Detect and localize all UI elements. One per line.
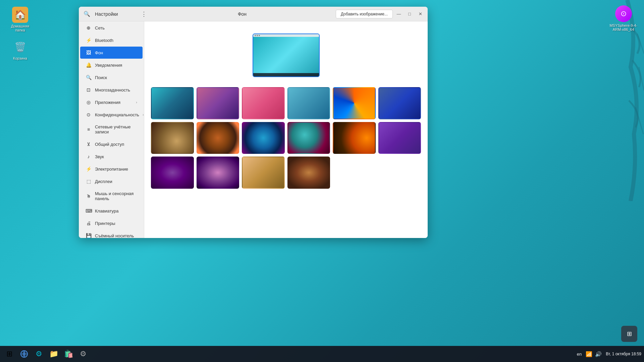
sidebar-item-removable[interactable]: 💾 Съёмный носитель xyxy=(80,230,143,238)
taskbar-settings-icon[interactable]: ⚙ xyxy=(32,347,46,361)
system-tray-icons: 📶 🔊 xyxy=(586,351,602,357)
sidebar-item-displays[interactable]: ⬚ Дисплеи xyxy=(80,175,143,187)
titlebar-right: Добавить изображение... — □ ✕ xyxy=(336,9,425,19)
sidebar-item-power[interactable]: ⚡ Электропитание xyxy=(80,163,143,175)
network-icon: ⊕ xyxy=(86,25,92,31)
titlebar-left: 🔍 Настройки ⋮ xyxy=(82,9,149,19)
taskbar-files-icon[interactable]: 📁 xyxy=(47,347,60,361)
sidebar-displays-label: Дисплеи xyxy=(95,179,137,184)
clock-display: Вт, 1 октября 18:59 xyxy=(606,351,641,357)
sidebar-item-network[interactable]: ⊕ Сеть xyxy=(80,22,143,34)
titlebar-section-title: Фон xyxy=(149,11,336,17)
wallpaper-grid xyxy=(150,87,422,189)
printers-icon: 🖨 xyxy=(86,221,92,226)
search-button[interactable]: 🔍 xyxy=(82,9,92,19)
language-indicator: en xyxy=(577,352,582,357)
close-button[interactable]: ✕ xyxy=(416,9,425,19)
settings-window: 🔍 Настройки ⋮ Фон Добавить изображение..… xyxy=(79,7,428,238)
clock-datetime: Вт, 1 октября 18:59 xyxy=(606,352,641,356)
wallpaper-item[interactable] xyxy=(151,87,194,119)
desktop-icon-home[interactable]: 🏠 Домашняя папка xyxy=(7,7,34,32)
wallpaper-item[interactable] xyxy=(287,87,330,119)
wallpaper-item[interactable] xyxy=(242,157,285,189)
sidebar-item-bluetooth[interactable]: ⚡ Bluetooth xyxy=(80,34,143,46)
taskbar-left: ⊞ ⚙ 📁 🛍️ ⚙ xyxy=(3,347,90,361)
wallpaper-item[interactable] xyxy=(378,87,421,119)
sharing-icon: ⊻ xyxy=(86,141,92,147)
wallpaper-item[interactable] xyxy=(333,87,376,119)
search-nav-icon: 🔍 xyxy=(86,75,92,80)
accounts-icon: ≡ xyxy=(86,127,92,132)
sidebar-item-sound[interactable]: ♪ Звук xyxy=(80,150,143,163)
taskbar-right: en 📶 🔊 Вт, 1 октября 18:59 xyxy=(577,351,641,357)
power-icon: ⚡ xyxy=(86,166,92,172)
wallpaper-preview-area xyxy=(150,27,422,80)
window-body: ⊕ Сеть ⚡ Bluetooth 🖼 Фон 🔔 Уведомления 🔍… xyxy=(79,21,428,238)
sidebar-item-multitask[interactable]: ⊡ Многозадачность xyxy=(80,84,143,96)
sidebar-accounts-label: Сетевые учётные записи xyxy=(95,124,137,134)
user-label: MSYSphere-9-4-ARM-x86_64 xyxy=(609,23,637,32)
sidebar-item-keyboard[interactable]: ⌨ Клавиатура xyxy=(80,205,143,217)
multitask-icon: ⊡ xyxy=(86,87,92,93)
titlebar-settings-title: Настройки xyxy=(95,11,137,17)
desktop-icons-container: 🏠 Домашняя папка 🗑️ Корзина xyxy=(7,7,34,60)
sidebar-item-notifications[interactable]: 🔔 Уведомления xyxy=(80,59,143,71)
minimize-button[interactable]: — xyxy=(394,9,404,19)
sidebar-sharing-label: Общий доступ xyxy=(95,142,137,147)
notifications-icon: 🔔 xyxy=(86,62,92,68)
sidebar-apps-label: Приложения xyxy=(95,100,132,105)
taskbar-store-icon[interactable]: 🛍️ xyxy=(62,347,75,361)
sidebar-keyboard-label: Клавиатура xyxy=(95,208,137,214)
maximize-button[interactable]: □ xyxy=(405,9,414,19)
taskbar-apps-icon[interactable]: ⊞ xyxy=(3,347,16,361)
taskbar: ⊞ ⚙ 📁 🛍️ ⚙ en 📶 🔊 Вт, 1 октября 18:59 xyxy=(0,346,644,362)
sidebar-sound-label: Звук xyxy=(95,154,137,159)
sidebar-removable-label: Съёмный носитель xyxy=(95,233,137,238)
wallpaper-item[interactable] xyxy=(333,122,376,154)
widget-icon: ⊞ xyxy=(627,330,632,338)
wallpaper-item[interactable] xyxy=(197,122,239,154)
sidebar-privacy-label: Конфиденциальность xyxy=(95,112,139,117)
taskbar-browser-icon[interactable] xyxy=(17,347,31,361)
sidebar-item-background[interactable]: 🖼 Фон xyxy=(80,47,143,59)
privacy-icon: ⊙ xyxy=(86,112,92,117)
apps-icon: ◎ xyxy=(86,100,92,105)
wallpaper-item[interactable] xyxy=(151,157,194,189)
sidebar-bluetooth-label: Bluetooth xyxy=(95,38,137,43)
volume-icon: 🔊 xyxy=(595,351,602,357)
home-folder-icon: 🏠 xyxy=(12,7,28,23)
keyboard-icon: ⌨ xyxy=(86,208,92,214)
add-image-button[interactable]: Добавить изображение... xyxy=(336,10,393,18)
sound-icon: ♪ xyxy=(86,154,92,159)
wallpaper-item[interactable] xyxy=(287,157,330,189)
wallpaper-item[interactable] xyxy=(242,122,285,154)
sidebar-item-accounts[interactable]: ≡ Сетевые учётные записи xyxy=(80,121,143,138)
settings-sidebar: ⊕ Сеть ⚡ Bluetooth 🖼 Фон 🔔 Уведомления 🔍… xyxy=(79,21,144,238)
sidebar-item-printers[interactable]: 🖨 Принтеры xyxy=(80,217,143,229)
window-titlebar: 🔍 Настройки ⋮ Фон Добавить изображение..… xyxy=(79,7,428,21)
privacy-arrow-icon: › xyxy=(143,113,144,117)
sidebar-search-label: Поиск xyxy=(95,75,137,80)
bottom-right-widget[interactable]: ⊞ xyxy=(621,326,637,342)
desktop-icon-trash[interactable]: 🗑️ Корзина xyxy=(7,39,34,60)
sidebar-item-apps[interactable]: ◎ Приложения › xyxy=(80,96,143,108)
titlebar-menu-button[interactable]: ⋮ xyxy=(139,9,149,19)
sidebar-item-mouse[interactable]: 🖱 Мышь и сенсорная панель xyxy=(80,188,143,204)
user-avatar-area[interactable]: ⊙ MSYSphere-9-4-ARM-x86_64 xyxy=(609,5,637,32)
sidebar-item-search[interactable]: 🔍 Поиск xyxy=(80,71,143,83)
wallpaper-item[interactable] xyxy=(197,87,239,119)
wallpaper-item[interactable] xyxy=(242,87,285,119)
home-folder-label: Домашняя папка xyxy=(7,24,34,32)
sidebar-item-privacy[interactable]: ⊙ Конфиденциальность › xyxy=(80,109,143,121)
avatar: ⊙ xyxy=(615,5,632,22)
network-tray-icon: 📶 xyxy=(586,351,592,357)
sidebar-item-sharing[interactable]: ⊻ Общий доступ xyxy=(80,138,143,150)
wallpaper-item[interactable] xyxy=(378,122,421,154)
wallpaper-item[interactable] xyxy=(287,122,330,154)
background-icon: 🖼 xyxy=(86,50,92,55)
wallpaper-item[interactable] xyxy=(197,157,239,189)
taskbar-wheel-icon[interactable]: ⚙ xyxy=(76,347,90,361)
wallpaper-preview-inner xyxy=(253,34,319,76)
main-content xyxy=(144,21,428,238)
wallpaper-item[interactable] xyxy=(151,122,194,154)
